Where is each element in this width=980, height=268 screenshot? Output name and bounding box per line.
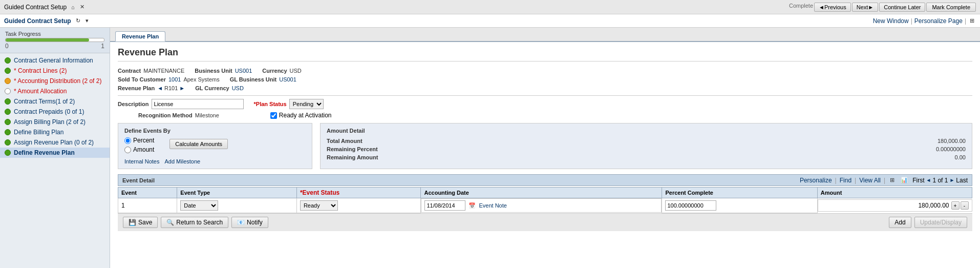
prev-page-button[interactable]: ◄ [926,177,931,183]
event-note-link[interactable]: Event Note [479,202,506,209]
sidebar-item-accounting-dist[interactable]: * Accounting Distribution (2 of 2) [0,76,110,86]
next-button[interactable]: Next► [852,3,879,12]
accounting-date-cell: 📅 Event Note [421,198,662,213]
add-milestone-link[interactable]: Add Milestone [164,158,200,164]
second-header-right: New Window | Personalize Page | ⊞ [873,17,976,25]
percent-radio[interactable] [124,137,131,144]
new-window-link[interactable]: New Window [873,17,909,25]
event-type-select[interactable]: Date Milestone [180,200,218,211]
sidebar-item-define-billing-plan[interactable]: Define Billing Plan [0,127,110,137]
view-all-link[interactable]: View All [859,177,881,184]
sidebar-item-define-revenue-plan[interactable]: Define Revenue Plan [0,148,110,158]
notify-label: Notify [247,219,263,226]
personalize-link[interactable]: Personalize [800,177,832,184]
currency-field: Currency USD [262,68,302,74]
page-title: Revenue Plan [118,47,972,61]
progress-min: 0 [5,43,9,50]
gl-currency-value[interactable]: USD [232,85,244,91]
progress-max: 1 [101,43,104,50]
refresh-icon[interactable]: ↻ [74,17,82,25]
tool-sep1: | [835,177,837,184]
top-header-icons: ⌂ ✕ [70,3,86,11]
accounting-date-input[interactable] [424,200,465,211]
export-icon[interactable]: ⊞ [888,176,896,184]
contract-value: MAINTENANCE [143,68,184,74]
plan-status-select[interactable]: Pending Active Closed [289,99,324,109]
col-percent-complete: Percent Complete [662,188,817,198]
save-button[interactable]: 💾 Save [123,217,158,228]
ready-at-activation-label[interactable]: Ready at Activation [270,112,332,119]
bottom-toolbar: 💾 Save 🔍 Return to Search 📧 Notify Add U… [118,213,972,231]
add-row-button[interactable]: + [951,201,960,210]
calendar-icon[interactable]: 📅 [467,202,477,210]
remaining-amount-value: 0.00 [955,154,966,160]
amount-detail-box: Amount Detail Total Amount 180,000.00 Re… [320,123,972,169]
first-label: First [912,177,924,184]
sidebar-item-assign-billing-plan[interactable]: Assign Billing Plan (2 of 2) [0,117,110,127]
remove-row-button[interactable]: - [961,201,969,210]
dropdown-icon[interactable]: ▾ [84,17,90,25]
business-unit-link[interactable]: US001 [235,68,252,74]
sidebar-item-amount-allocation[interactable]: * Amount Allocation [0,86,110,96]
sidebar-item-contract-terms[interactable]: Contract Terms(1 of 2) [0,96,110,107]
internal-notes-link[interactable]: Internal Notes [124,158,159,164]
last-label: Last [956,177,968,184]
revenue-plan-next-button[interactable]: ► [179,85,185,91]
save-label: Save [138,219,152,226]
second-header: Guided Contract Setup ↻ ▾ New Window | P… [0,14,980,28]
next-page-button[interactable]: ► [949,177,954,183]
top-header-right: Complete ◄Previous Next► Continue Later … [789,3,976,12]
mark-complete-button[interactable]: Mark Complete [926,3,976,12]
personalize-page-link[interactable]: Personalize Page [914,17,963,25]
continue-later-button[interactable]: Continue Later [879,3,925,12]
status-icon-9 [4,149,11,156]
currency-value: USD [290,68,302,74]
top-header-title: Guided Contract Setup [4,4,67,11]
total-amount-row: Total Amount 180,000.00 [327,137,966,145]
sidebar-item-assign-revenue-plan[interactable]: Assign Revenue Plan (0 of 2) [0,137,110,148]
percent-radio-label[interactable]: Percent [124,137,154,144]
amount-radio-label[interactable]: Amount [124,146,154,153]
previous-button[interactable]: ◄Previous [814,3,851,12]
event-detail-header: Event Detail Personalize | Find | View A… [118,174,972,186]
update-display-label: Update/Display [920,219,962,226]
event-table-header: Event Event Type *Event Status Accountin… [118,188,972,198]
define-events-title: Define Events By [124,128,306,134]
ready-at-activation-checkbox[interactable] [270,112,277,119]
chart-icon[interactable]: 📊 [899,176,909,184]
amount-label: Amount [133,146,154,153]
amount-radio[interactable] [124,147,131,153]
define-events-inner: Percent Amount Calculate Amounts [124,137,306,156]
return-to-search-button[interactable]: 🔍 Return to Search [161,217,228,228]
find-link[interactable]: Find [840,177,851,184]
status-icon-0 [4,57,11,64]
notify-button[interactable]: 📧 Notify [231,217,268,228]
tab-revenue-plan[interactable]: Revenue Plan [115,31,165,42]
complete-status: Complete [789,3,813,12]
gl-currency-label: GL Currency [195,85,229,91]
sold-to-customer-field: Sold To Customer 1001 Apex Systems [118,76,220,83]
ready-at-activation-field: Ready at Activation [270,112,332,119]
close-icon[interactable]: ✕ [78,3,86,11]
sold-to-customer-id[interactable]: 1001 [168,76,181,83]
second-header-title: Guided Contract Setup [4,17,71,25]
gl-business-unit-value[interactable]: US001 [279,76,296,83]
description-input[interactable] [152,99,244,109]
sidebar-item-contract-lines[interactable]: * Contract Lines (2) [0,66,110,76]
calculate-amounts-button[interactable]: Calculate Amounts [169,139,228,149]
grid-icon[interactable]: ⊞ [968,17,976,25]
col-event-status-text: *Event Status [300,189,339,196]
event-status-select[interactable]: Ready Pending Complete [300,200,338,211]
add-button[interactable]: Add [889,217,911,228]
revenue-plan-prev-button[interactable]: ◄ [157,85,163,91]
currency-label: Currency [262,68,287,74]
status-icon-2 [4,77,11,85]
nav-label-6: Assign Billing Plan (2 of 2) [14,118,86,126]
percent-complete-input[interactable] [665,200,716,211]
sidebar-item-contract-general[interactable]: Contract General Information [0,55,110,66]
home-icon[interactable]: ⌂ [70,3,76,11]
status-icon-5 [4,108,11,115]
update-display-button[interactable]: Update/Display [914,217,967,228]
sidebar-item-contract-prepaids[interactable]: Contract Prepaids (0 of 1) [0,107,110,117]
total-amount-label: Total Amount [327,138,363,144]
